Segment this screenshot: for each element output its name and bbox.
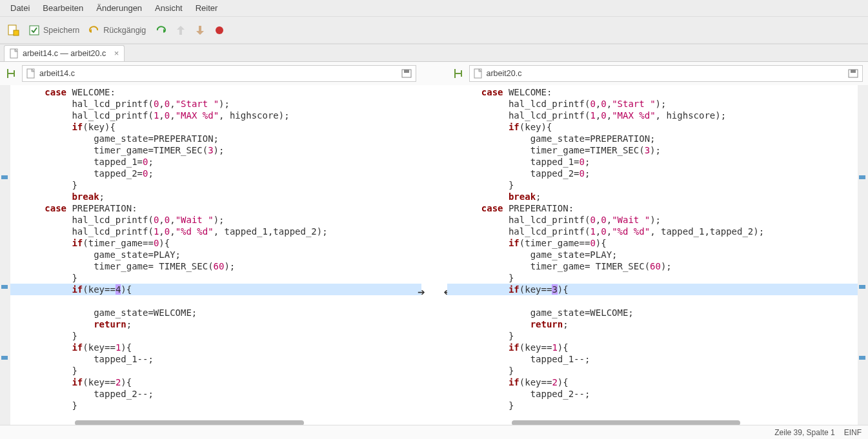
save-icon[interactable] <box>848 69 858 78</box>
menu-view[interactable]: Ansicht <box>148 1 189 15</box>
svg-rect-10 <box>851 70 856 73</box>
file-icon <box>474 68 483 79</box>
vcs-icon-left[interactable] <box>5 68 17 79</box>
up-button[interactable] <box>176 24 186 36</box>
save-icon[interactable] <box>401 69 412 78</box>
tab-label: arbeit14.c — arbeit20.c <box>23 49 106 58</box>
vcs-icon-right[interactable] <box>452 68 464 79</box>
toolbar: Speichern Rückgängig <box>0 17 868 44</box>
menu-tabs[interactable]: Reiter <box>189 1 225 15</box>
tabstrip: arbeit14.c — arbeit20.c × <box>0 44 868 62</box>
menu-edit[interactable]: Bearbeiten <box>36 1 90 15</box>
left-file-input[interactable]: arbeit14.c <box>22 65 416 82</box>
right-code-pane[interactable]: case WELCOME: hal_lcd_printf(0,0,"Start … <box>447 85 858 427</box>
svg-rect-1 <box>14 30 19 35</box>
down-button[interactable] <box>195 24 205 36</box>
svg-rect-7 <box>404 70 409 73</box>
cursor-position: Zeile 39, Spalte 1 <box>774 428 834 437</box>
file-icon <box>26 68 35 79</box>
left-overview-gutter[interactable] <box>0 85 10 427</box>
push-right-icon[interactable]: ➔ <box>418 287 425 297</box>
redo-button[interactable] <box>155 26 167 35</box>
menu-changes[interactable]: Änderungen <box>90 1 148 15</box>
diff-area: case WELCOME: hal_lcd_printf(0,0,"Start … <box>0 85 868 427</box>
statusbar: Zeile 39, Spalte 1 EINF <box>0 425 868 439</box>
menubar: Datei Bearbeiten Änderungen Ansicht Reit… <box>0 0 868 17</box>
right-file-input[interactable]: arbeit20.c <box>469 65 863 82</box>
new-button[interactable] <box>6 24 19 37</box>
file-icon <box>10 48 19 59</box>
svg-point-3 <box>216 26 223 34</box>
insert-mode: EINF <box>844 428 862 437</box>
left-code-pane[interactable]: case WELCOME: hal_lcd_printf(0,0,"Start … <box>10 85 421 427</box>
undo-button[interactable]: Rückgängig <box>88 26 146 35</box>
merge-center: ➔ ➔ <box>421 85 447 427</box>
close-icon[interactable]: × <box>114 48 119 58</box>
tab-diff[interactable]: arbeit14.c — arbeit20.c × <box>4 45 125 61</box>
record-button[interactable] <box>214 25 225 35</box>
filebar: arbeit14.c arbeit20.c <box>0 62 868 85</box>
right-overview-gutter[interactable] <box>858 85 868 427</box>
menu-file[interactable]: Datei <box>4 1 36 15</box>
save-button[interactable]: Speichern <box>28 24 79 36</box>
